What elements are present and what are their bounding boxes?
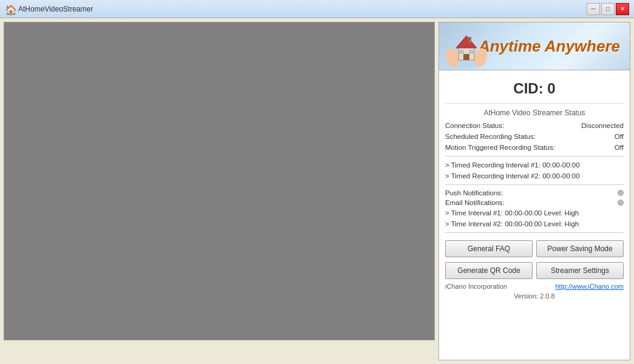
company-name: iChano Incorporation bbox=[445, 283, 507, 290]
footer-row: iChano Incorporation http://www.iChano.c… bbox=[445, 280, 624, 290]
interval2-value: 00:00-00:00 bbox=[542, 172, 579, 180]
faq-button[interactable]: General FAQ bbox=[445, 240, 533, 257]
minimize-button[interactable]: ─ bbox=[587, 3, 600, 15]
svg-rect-8 bbox=[468, 37, 471, 43]
divider-3 bbox=[445, 232, 624, 233]
title-bar: 🏠 AtHomeVideoStreamer ─ □ ✕ bbox=[0, 0, 634, 18]
push-label: Push Notifications: bbox=[445, 189, 503, 197]
time2-row: > Time Interval #2: 00:00-00:00 Level: H… bbox=[445, 219, 624, 229]
scheduled-status-row: Scheduled Recording Status: Off bbox=[445, 132, 624, 141]
divider-2 bbox=[445, 184, 624, 185]
email-notif-row: Email Notifications: bbox=[445, 198, 624, 207]
company-link[interactable]: http://www.iChano.com bbox=[556, 283, 624, 290]
svg-rect-5 bbox=[463, 54, 469, 60]
qr-code-button[interactable]: Generate QR Code bbox=[445, 262, 533, 279]
interval1-label: > Timed Recording Interval #1: bbox=[445, 161, 540, 169]
time2-value: 00:00-00:00 bbox=[505, 220, 542, 228]
window-title: AtHomeVideoStreamer bbox=[18, 5, 587, 13]
time1-label: > Time Interval #1: bbox=[445, 209, 503, 217]
scheduled-label: Scheduled Recording Status: bbox=[445, 133, 536, 140]
power-saving-button[interactable]: Power Saving Mode bbox=[536, 240, 624, 257]
push-led bbox=[618, 190, 624, 196]
time2-label: > Time Interval #2: bbox=[445, 220, 503, 228]
motion-value: Off bbox=[615, 144, 624, 151]
status-section-title: AtHome Video Streamer Status bbox=[445, 109, 624, 117]
svg-rect-7 bbox=[469, 50, 473, 53]
push-notif-row: Push Notifications: bbox=[445, 189, 624, 197]
buttons-row-1: General FAQ Power Saving Mode bbox=[445, 240, 624, 257]
connection-value: Disconnected bbox=[581, 122, 624, 129]
status-panel: CID: 0 AtHome Video Streamer Status Conn… bbox=[438, 70, 630, 360]
interval2-label: > Timed Recording Interval #2: bbox=[445, 172, 540, 180]
connection-label: Connection Status: bbox=[445, 122, 504, 129]
time2-level: Level: High bbox=[544, 220, 579, 228]
settings-button[interactable]: Streamer Settings bbox=[536, 262, 624, 279]
interval1-value: 00:00-00:00 bbox=[542, 161, 579, 169]
right-panel: Anytime Anywhere CID: 0 AtHome Video Str… bbox=[438, 22, 630, 360]
close-button[interactable]: ✕ bbox=[616, 3, 629, 15]
banner-tagline: Anytime Anywhere bbox=[479, 37, 620, 56]
scheduled-value: Off bbox=[615, 133, 624, 140]
time1-level: Level: High bbox=[544, 209, 579, 217]
version-row: Version: 2.0.8 bbox=[445, 291, 624, 300]
time1-value: 00:00-00:00 bbox=[505, 209, 542, 217]
time1-row: > Time Interval #1: 00:00-00:00 Level: H… bbox=[445, 208, 624, 218]
email-led bbox=[618, 200, 624, 206]
motion-status-row: Motion Triggered Recording Status: Off bbox=[445, 143, 624, 152]
cid-display: CID: 0 bbox=[445, 75, 624, 104]
maximize-button[interactable]: □ bbox=[601, 3, 615, 15]
svg-marker-4 bbox=[456, 36, 477, 48]
app-icon: 🏠 bbox=[5, 4, 15, 14]
interval2-row: > Timed Recording Interval #2: 00:00-00:… bbox=[445, 171, 624, 181]
buttons-row-2: Generate QR Code Streamer Settings bbox=[445, 262, 624, 279]
banner: Anytime Anywhere bbox=[438, 22, 630, 70]
email-label: Email Notifications: bbox=[445, 199, 505, 206]
video-panel bbox=[4, 22, 435, 340]
svg-rect-6 bbox=[460, 50, 463, 53]
interval1-row: > Timed Recording Interval #1: 00:00-00:… bbox=[445, 160, 624, 170]
motion-label: Motion Triggered Recording Status: bbox=[445, 144, 555, 151]
version-text: Version: 2.0.8 bbox=[514, 292, 554, 300]
connection-status-row: Connection Status: Disconnected bbox=[445, 121, 624, 130]
window-controls: ─ □ ✕ bbox=[587, 3, 629, 15]
divider-1 bbox=[445, 156, 624, 157]
app-body: Anytime Anywhere CID: 0 AtHome Video Str… bbox=[0, 18, 634, 364]
house-icon bbox=[445, 27, 488, 70]
